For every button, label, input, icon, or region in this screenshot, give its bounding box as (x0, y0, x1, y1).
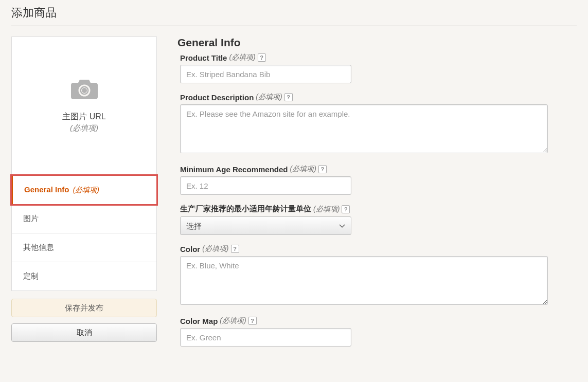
label-text: Color Map (180, 317, 218, 325)
help-icon[interactable]: ? (284, 93, 293, 101)
camera-icon (71, 79, 98, 101)
nav-other-info[interactable]: 其他信息 (11, 233, 157, 262)
button-group: 保存并发布 取消 (11, 299, 157, 348)
select-age-unit[interactable]: 选择 (180, 216, 351, 235)
field-product-description: Product Description (必填项) ? (180, 93, 566, 155)
input-color-map[interactable] (180, 328, 351, 347)
label-color: Color (必填项) ? (180, 244, 566, 253)
label-text: Minimum Age Recommended (180, 165, 288, 174)
cancel-button[interactable]: 取消 (11, 323, 157, 342)
nav-label: 图片 (23, 214, 39, 223)
label-product-title: Product Title (必填项) ? (180, 53, 566, 62)
help-icon[interactable]: ? (248, 317, 257, 325)
label-min-age: Minimum Age Recommended (必填项) ? (180, 165, 566, 174)
sidebar-nav: General Info (必填项) 图片 其他信息 定制 (11, 175, 157, 291)
input-product-title[interactable] (180, 65, 351, 83)
nav-required: (必填项) (73, 186, 99, 194)
help-icon[interactable]: ? (258, 53, 266, 62)
required-text: (必填项) (256, 93, 282, 102)
field-color: Color (必填项) ? (180, 244, 566, 307)
sidebar: 主图片 URL (必填项) General Info (必填项) 图片 其他信息… (11, 37, 157, 356)
required-text: (必填项) (202, 244, 228, 253)
field-color-map: Color Map (必填项) ? (180, 316, 566, 347)
help-icon[interactable]: ? (231, 245, 239, 253)
nav-label: General Info (24, 185, 69, 194)
input-min-age[interactable] (180, 176, 351, 195)
label-product-description: Product Description (必填项) ? (180, 93, 566, 102)
required-text: (必填项) (220, 316, 246, 325)
label-text: Product Description (180, 93, 254, 102)
image-upload-box[interactable]: 主图片 URL (必填项) (11, 37, 157, 175)
label-text: 生产厂家推荐的最小适用年龄计量单位 (180, 204, 311, 214)
nav-general-info[interactable]: General Info (必填项) (11, 175, 157, 205)
title-divider (11, 26, 577, 26)
page-title: 添加商品 (11, 5, 577, 21)
label-text: Color (180, 245, 200, 253)
label-text: Product Title (180, 53, 227, 62)
section-title: General Info (177, 37, 566, 49)
nav-images[interactable]: 图片 (11, 205, 157, 233)
save-publish-button[interactable]: 保存并发布 (11, 299, 157, 317)
svg-point-2 (82, 88, 87, 93)
select-wrapper: 选择 (180, 216, 351, 235)
field-age-unit: 生产厂家推荐的最小适用年龄计量单位 (必填项) ? 选择 (180, 204, 566, 235)
help-icon[interactable]: ? (342, 205, 350, 213)
form-panel: General Info Product Title (必填项) ? Produ… (177, 37, 577, 356)
required-text: (必填项) (313, 205, 340, 214)
textarea-product-description[interactable] (180, 104, 548, 153)
main-container: 主图片 URL (必填项) General Info (必填项) 图片 其他信息… (11, 37, 577, 356)
textarea-color[interactable] (180, 256, 548, 305)
label-color-map: Color Map (必填项) ? (180, 316, 566, 325)
field-min-age: Minimum Age Recommended (必填项) ? (180, 165, 566, 195)
image-url-label: 主图片 URL (62, 112, 105, 122)
label-age-unit: 生产厂家推荐的最小适用年龄计量单位 (必填项) ? (180, 204, 566, 214)
field-product-title: Product Title (必填项) ? (180, 53, 566, 83)
required-text: (必填项) (229, 53, 255, 62)
nav-label: 其他信息 (23, 243, 54, 251)
required-text: (必填项) (290, 165, 316, 174)
help-icon[interactable]: ? (318, 165, 327, 173)
nav-custom[interactable]: 定制 (11, 262, 157, 291)
nav-label: 定制 (23, 271, 39, 280)
image-required-label: (必填项) (70, 123, 98, 133)
